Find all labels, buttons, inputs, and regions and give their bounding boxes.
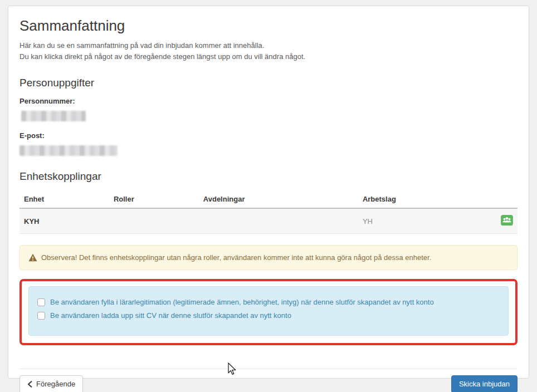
epost-value-redacted [19,145,118,156]
cv-upload-checkbox[interactable] [37,312,45,320]
cell-enhet: KYH [19,208,109,234]
teacher-certification-label: Be användaren fylla i lärarlegitimation … [50,298,434,306]
unit-connections-table: Enhet Roller Avdelningar Arbetslag KYH Y… [19,190,518,234]
column-header-enhet: Enhet [19,190,109,208]
summary-card: Sammanfattning Här kan du se en sammanfa… [8,6,529,379]
teacher-certification-option[interactable]: Be användaren fylla i lärarlegitimation … [37,298,500,306]
unit-connections-heading: Enhetskopplingar [19,170,518,183]
previous-button-label: Föregående [36,380,75,389]
users-group-icon[interactable] [501,215,513,227]
table-header-row: Enhet Roller Avdelningar Arbetslag [19,190,518,208]
cell-arbetslag: YH [358,208,492,234]
epost-label: E-post: [19,131,518,140]
page-title: Sammanfattning [19,17,518,35]
footer-divider [19,369,518,369]
column-header-actions [492,190,518,208]
send-invitation-button[interactable]: Skicka inbjudan [451,375,518,392]
column-header-arbetslag: Arbetslag [358,190,492,208]
send-invitation-button-label: Skicka inbjudan [459,380,510,389]
personal-info-heading: Personuppgifter [19,77,518,89]
footer-button-row: Föregående Skicka inbjudan [19,375,518,392]
warning-triangle-icon [28,253,37,262]
chevron-left-icon [27,381,32,388]
previous-button[interactable]: Föregående [19,375,83,392]
personnummer-value-redacted [21,111,86,121]
teacher-certification-checkbox[interactable] [37,298,45,306]
options-info-box: Be användaren fylla i lärarlegitimation … [28,286,509,336]
intro-text-line-2: Du kan klicka direkt på något av de före… [19,51,518,62]
cv-upload-option[interactable]: Be användaren ladda upp sitt CV när denn… [37,311,500,320]
cell-roller [109,208,199,234]
personnummer-label: Personnummer: [19,97,518,105]
intro-text-line-1: Här kan du se en sammanfattning på vad d… [19,40,518,51]
column-header-roller: Roller [109,190,199,208]
warning-text: Observera! Det finns enhetskopplingar ut… [41,253,431,262]
table-row: KYH YH [19,208,518,234]
warning-alert: Observera! Det finns enhetskopplingar ut… [19,245,518,270]
column-header-avdelningar: Avdelningar [199,190,358,208]
cv-upload-label: Be användaren ladda upp sitt CV när denn… [50,311,291,320]
highlight-annotation-border: Be användaren fylla i lärarlegitimation … [19,279,518,345]
cell-avdelningar [199,208,358,234]
